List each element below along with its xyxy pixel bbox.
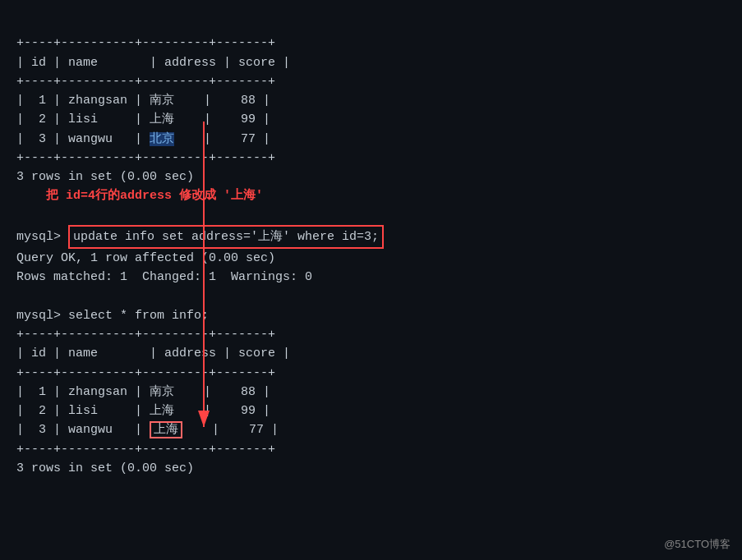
query-ok-line: Query OK, 1 row affected (0.00 sec) Rows… <box>16 251 312 284</box>
cell-shanghai-highlight: 上海 <box>150 421 182 438</box>
prompt-2: mysql> <box>16 309 68 323</box>
rows-count-1: 3 rows in set (0.00 sec) <box>16 170 194 184</box>
annotation-text: 把 id=4行的address 修改成 '上海' <box>16 189 263 203</box>
prompt-1: mysql> <box>16 230 68 244</box>
update-command-box: update info set address='上海' where id=3; <box>68 225 384 249</box>
terminal-window: +----+----------+---------+-------+ | id… <box>0 0 742 493</box>
rows-count-2: 3 rows in set (0.00 sec) <box>16 461 194 475</box>
watermark: @51CTO博客 <box>664 537 730 552</box>
select-command: select * from info; <box>68 309 209 323</box>
table-header-line: +----+----------+---------+-------+ | id… <box>16 36 290 145</box>
cell-beijing-highlight: 北京 <box>150 132 174 146</box>
